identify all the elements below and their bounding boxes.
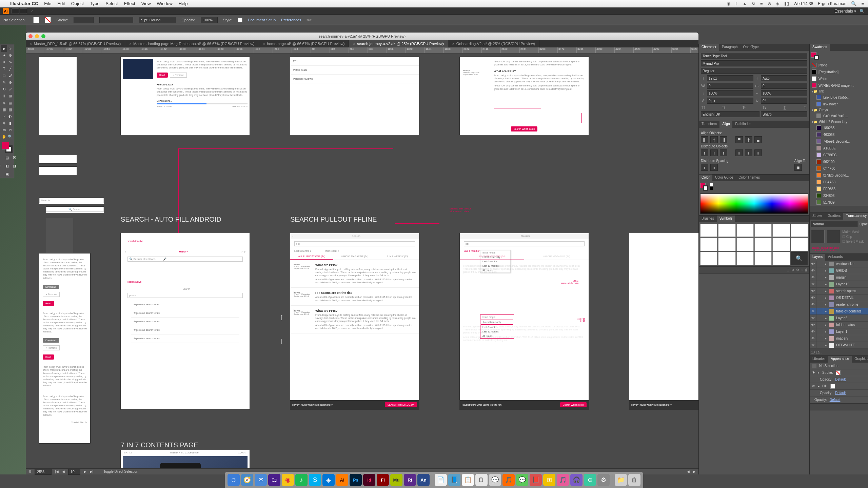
stroke-weight-input[interactable] (74, 17, 94, 23)
blend-tool[interactable]: ◐ (7, 113, 13, 120)
mesh-tool[interactable]: ▦ (1, 106, 7, 113)
align-hcenter-button[interactable]: ╋ (710, 136, 718, 143)
layer-item[interactable]: 👁▸search specs (810, 288, 868, 294)
brushes-tab[interactable]: Brushes (699, 216, 717, 222)
notifications-icon[interactable]: ≡ (861, 1, 864, 6)
gradient-mode[interactable]: ▤ (4, 154, 11, 161)
opentype-tab[interactable]: OpenType (741, 44, 762, 51)
gpu-toggle[interactable] (12, 8, 19, 14)
swatch-item[interactable]: 517639▫ (810, 199, 868, 206)
select-menu[interactable]: Select (105, 1, 118, 6)
blend-mode-input[interactable] (811, 221, 857, 227)
opacity-input[interactable] (201, 17, 218, 23)
swatch-item[interactable]: 463063▫ (810, 131, 868, 138)
swatch-group[interactable]: ▾📁link (810, 89, 868, 94)
delete-symbol-icon[interactable]: 🗑 (805, 268, 808, 272)
dock-flash[interactable]: Fl (377, 474, 389, 486)
swatch-item[interactable]: C44F00▫ (810, 165, 868, 172)
distribute-bottom-button[interactable]: ⫿ (720, 149, 727, 156)
distribute-vspace-button[interactable]: ⫿ (701, 164, 708, 171)
font-size-input[interactable] (707, 75, 753, 81)
clip-checkbox[interactable]: ☐ Clip (842, 235, 864, 239)
dock-reflow[interactable]: Rf (404, 474, 416, 486)
libraries-tab[interactable]: Libraries (810, 356, 828, 363)
leading-input[interactable] (761, 75, 807, 81)
dock-illustrator[interactable]: Ai (336, 474, 348, 486)
break-link-icon[interactable]: ⊘ (791, 268, 794, 272)
symbol-item[interactable]: 🔍 (791, 252, 808, 265)
appearance-tab[interactable]: Appearance (828, 356, 852, 363)
width-tool[interactable]: ⫴ (1, 93, 7, 99)
var-width-profile[interactable] (99, 17, 133, 23)
magic-wand-tool[interactable]: ✦ (1, 52, 7, 59)
sync-icon[interactable]: ↻ (752, 1, 755, 6)
language-input[interactable] (701, 111, 760, 117)
dock-app[interactable]: 🎵 (502, 474, 515, 486)
perspective-tool[interactable]: ▦ (7, 99, 13, 106)
pen-tool[interactable]: ✒ (1, 59, 7, 65)
symbol-item[interactable] (791, 238, 808, 251)
layer-item[interactable]: 👁▸table-of-contents (810, 308, 868, 315)
dock-app[interactable]: 📄 (435, 474, 447, 486)
swatch-item[interactable]: link hover▫ (810, 101, 868, 107)
color-themes-tab[interactable]: Color Themes (736, 175, 763, 181)
kerning-input[interactable] (707, 83, 753, 89)
swatch-item[interactable]: White▫ (810, 75, 868, 82)
draw-behind[interactable]: ◧ (4, 162, 11, 169)
distribute-vcenter-button[interactable]: ⫿ (710, 149, 718, 156)
dock-app[interactable]: 🗒 (475, 474, 488, 486)
fill-swatch[interactable] (830, 384, 835, 389)
symbol-item[interactable] (718, 238, 735, 251)
brush-definition[interactable] (139, 17, 176, 23)
distribute-hcenter-button[interactable]: ⫼ (745, 149, 752, 156)
opacity-link[interactable]: Default (835, 391, 846, 395)
screen-mode[interactable]: ▣ (4, 170, 11, 177)
symbols-tab[interactable]: Symbols (717, 216, 735, 222)
horizontal-ruler[interactable]: -4000-3736-3472-3208-2944-2680-2416-2152… (26, 47, 698, 54)
align-right-button[interactable]: ▐ (720, 136, 727, 143)
dock-safari[interactable]: 🧭 (241, 474, 253, 486)
swatch-item[interactable]: W?REBRAND magen...▫ (810, 82, 868, 89)
layer-item[interactable]: 👁▸folder-status (810, 322, 868, 328)
color-tab[interactable]: Color (699, 175, 712, 181)
type-tool[interactable]: T (1, 65, 7, 72)
symbol-options-icon[interactable]: ⚙ (796, 268, 799, 272)
opacity-link[interactable]: Default (835, 378, 846, 381)
layer-item[interactable]: 👁▸Layer 15 (810, 281, 868, 288)
layer-item[interactable]: 👁▸reader-chrome (810, 301, 868, 308)
layer-item[interactable]: 👁▸margin (810, 274, 868, 281)
zoom-window-button[interactable] (41, 34, 45, 38)
dock-indesign[interactable]: Id (363, 474, 375, 486)
menu-icon[interactable]: ≡ (760, 1, 763, 6)
symbol-item[interactable] (718, 252, 735, 265)
swatch-item[interactable]: FFAA58▫ (810, 179, 868, 185)
wifi-icon[interactable]: ◈ (776, 1, 780, 6)
zoom-tool[interactable]: 🔍 (7, 133, 13, 140)
pencil-tool[interactable]: ✎ (1, 79, 7, 86)
swatch-item[interactable]: 180235▫ (810, 124, 868, 131)
antialias-input[interactable] (761, 111, 807, 117)
graphic-style-swatch[interactable] (238, 18, 242, 22)
symbol-item[interactable] (772, 252, 790, 265)
swatch-item[interactable]: 745e91 Second...▫ (810, 138, 868, 145)
fill-swatch[interactable] (33, 17, 39, 23)
last-artboard-button[interactable]: ▶| (90, 470, 94, 473)
layer-item[interactable]: 👁▸OS DETAIL (810, 294, 868, 301)
artboards-tab[interactable]: Artboards (825, 254, 845, 261)
arrange-toggle[interactable] (20, 8, 27, 14)
transform-tab[interactable]: Transform (699, 121, 719, 128)
scale-tool[interactable]: ⤢ (7, 86, 13, 93)
rectangle-tool[interactable]: □ (1, 72, 7, 79)
object-menu[interactable]: Object (71, 1, 84, 6)
swatch-group[interactable]: ▾📁Grays (810, 107, 868, 113)
symbol-item[interactable] (736, 238, 754, 251)
dock-downloads[interactable]: 📁 (615, 474, 627, 486)
symbol-item[interactable] (700, 238, 717, 251)
swatch-item[interactable]: C=0 M=0 Y=0 ...▫ (810, 113, 868, 119)
type-menu[interactable]: Type (90, 1, 99, 6)
layer-item[interactable]: 👁▸Layer 1 (810, 328, 868, 335)
preferences-button[interactable]: Preferences (281, 18, 301, 22)
battery-icon[interactable]: ▮▯ (784, 1, 789, 6)
view-menu[interactable]: View (141, 1, 151, 6)
swatch-item[interactable]: FFD886▫ (810, 185, 868, 192)
